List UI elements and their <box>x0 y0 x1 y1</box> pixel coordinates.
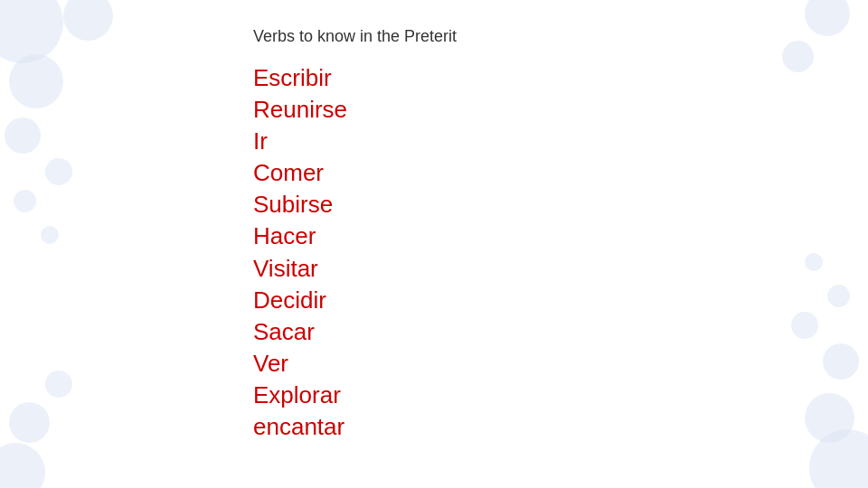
verb-item: Reunirse <box>253 94 796 126</box>
verb-list: EscribirReunirseIrComerSubirseHacerVisit… <box>253 62 796 443</box>
verb-item: Ir <box>253 126 796 157</box>
bubble-decoration <box>9 402 50 443</box>
verb-item: Explorar <box>253 380 796 411</box>
bubble-decoration <box>5 117 41 154</box>
bubble-decoration <box>45 371 72 398</box>
verb-item: Subirse <box>253 189 796 221</box>
bubble-decoration <box>805 0 850 36</box>
bubble-decoration <box>827 285 850 307</box>
verb-item: Hacer <box>253 221 796 252</box>
bubble-decoration <box>805 393 854 443</box>
verb-item: Ver <box>253 348 796 380</box>
bubble-decoration <box>14 190 36 212</box>
verb-item: Escribir <box>253 62 796 94</box>
verb-item: Sacar <box>253 316 796 348</box>
bubble-decoration <box>41 226 59 244</box>
main-content: Verbs to know in the Preterit EscribirRe… <box>253 27 796 443</box>
verb-item: Decidir <box>253 285 796 316</box>
bubble-decoration <box>9 54 63 108</box>
verb-item: encantar <box>253 411 796 443</box>
page-title: Verbs to know in the Preterit <box>253 27 796 46</box>
bubble-decoration <box>805 253 823 271</box>
verb-item: Comer <box>253 157 796 189</box>
bubble-decoration <box>63 0 113 41</box>
verb-item: Visitar <box>253 253 796 285</box>
bubble-decoration <box>45 158 72 185</box>
bubble-decoration <box>823 343 859 380</box>
bubble-decoration <box>0 443 45 488</box>
